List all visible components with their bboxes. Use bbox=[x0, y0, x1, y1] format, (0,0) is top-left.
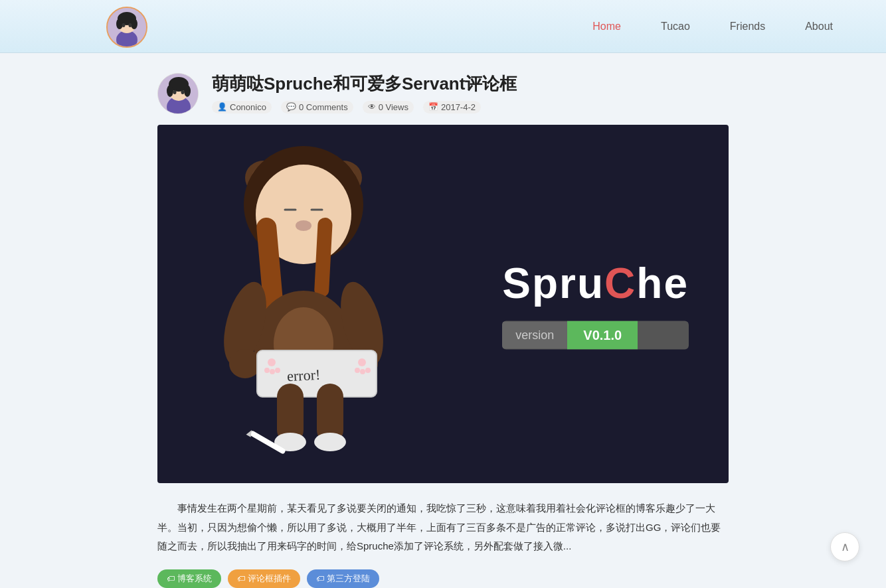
date-icon: 📅 bbox=[428, 102, 438, 111]
logo-avatar bbox=[106, 7, 147, 48]
main-content: 萌萌哒Spruche和可爱多Servant评论框 👤 Cononico 💬 0 … bbox=[144, 53, 742, 588]
svg-point-39 bbox=[355, 368, 360, 373]
svg-point-24 bbox=[296, 220, 311, 231]
meta-views: 👁 0 Views bbox=[363, 101, 414, 113]
meta-date: 📅 2017-4-2 bbox=[423, 101, 481, 113]
nav-friends[interactable]: Friends bbox=[730, 21, 765, 33]
tag-1[interactable]: 🏷 评论框插件 bbox=[228, 569, 300, 588]
comments-icon: 💬 bbox=[286, 102, 296, 111]
spruche-text-he: he bbox=[636, 259, 689, 308]
featured-image: error! SpruChe version V0.1.0 bbox=[157, 125, 729, 483]
tag-2[interactable]: 🏷 第三方登陆 bbox=[307, 569, 379, 588]
tag-icon-2: 🏷 bbox=[316, 574, 324, 583]
svg-point-35 bbox=[264, 368, 270, 373]
tag-0[interactable]: 🏷 博客系统 bbox=[157, 569, 221, 588]
svg-point-4 bbox=[116, 19, 123, 29]
svg-point-41 bbox=[365, 368, 371, 373]
views-count: 0 Views bbox=[379, 102, 408, 112]
svg-point-7 bbox=[129, 23, 132, 27]
nav-home[interactable]: Home bbox=[592, 21, 621, 33]
meta-comments: 💬 0 Comments bbox=[281, 101, 353, 113]
author-name: Cononico bbox=[230, 102, 266, 112]
author-icon: 👤 bbox=[217, 102, 227, 111]
tag-label-2: 第三方登陆 bbox=[327, 573, 370, 585]
post-title: 萌萌哒Spruche和可爱多Servant评论框 bbox=[212, 73, 729, 96]
comments-count: 0 Comments bbox=[299, 102, 348, 112]
svg-point-37 bbox=[275, 368, 280, 373]
tag-label-0: 博客系统 bbox=[177, 573, 212, 585]
site-header: Home Tucao Friends About bbox=[0, 0, 886, 53]
version-label: version bbox=[502, 322, 567, 349]
back-to-top-button[interactable]: ∧ bbox=[830, 532, 859, 561]
svg-point-40 bbox=[360, 369, 365, 374]
svg-point-5 bbox=[131, 19, 137, 29]
post-date: 2017-4-2 bbox=[441, 102, 476, 112]
meta-author: 👤 Cononico bbox=[212, 101, 272, 113]
svg-point-38 bbox=[358, 358, 366, 366]
post-header: 萌萌哒Spruche和可爱多Servant评论框 👤 Cononico 💬 0 … bbox=[157, 66, 729, 114]
spruche-title: SpruChe bbox=[502, 259, 689, 308]
views-icon: 👁 bbox=[368, 102, 376, 111]
site-logo[interactable] bbox=[106, 7, 147, 48]
post-tags: 🏷 博客系统 🏷 评论框插件 🏷 第三方登陆 bbox=[157, 569, 729, 588]
spruche-logo: SpruChe version V0.1.0 bbox=[502, 259, 689, 350]
author-avatar bbox=[157, 73, 199, 114]
main-nav: Home Tucao Friends About bbox=[592, 21, 859, 33]
svg-point-12 bbox=[167, 85, 173, 97]
nav-about[interactable]: About bbox=[805, 21, 833, 33]
tag-icon-1: 🏷 bbox=[237, 574, 245, 583]
svg-point-46 bbox=[314, 433, 346, 451]
svg-point-36 bbox=[270, 369, 275, 374]
character-illustration: error! bbox=[197, 138, 423, 470]
svg-point-14 bbox=[173, 90, 177, 94]
svg-point-34 bbox=[268, 358, 276, 366]
nav-tucao[interactable]: Tucao bbox=[661, 21, 690, 33]
svg-point-13 bbox=[184, 85, 191, 97]
svg-text:error!: error! bbox=[286, 366, 320, 385]
version-badge: version V0.1.0 bbox=[502, 321, 689, 350]
tag-label-1: 评论框插件 bbox=[248, 573, 291, 585]
spruche-text-spru: Spru bbox=[502, 259, 604, 308]
svg-point-15 bbox=[181, 90, 185, 94]
spruche-text-C: C bbox=[604, 259, 636, 308]
post-title-block: 萌萌哒Spruche和可爱多Servant评论框 👤 Cononico 💬 0 … bbox=[212, 73, 729, 113]
post-body: 事情发生在两个星期前，某天看见了多说要关闭的通知，我吃惊了三秒，这意味着我用着社… bbox=[157, 499, 729, 556]
tag-icon-0: 🏷 bbox=[167, 574, 175, 583]
svg-point-6 bbox=[122, 23, 126, 27]
post-meta: 👤 Cononico 💬 0 Comments 👁 0 Views 📅 2017… bbox=[212, 101, 729, 113]
svg-point-31 bbox=[229, 349, 261, 378]
version-value: V0.1.0 bbox=[567, 321, 638, 350]
